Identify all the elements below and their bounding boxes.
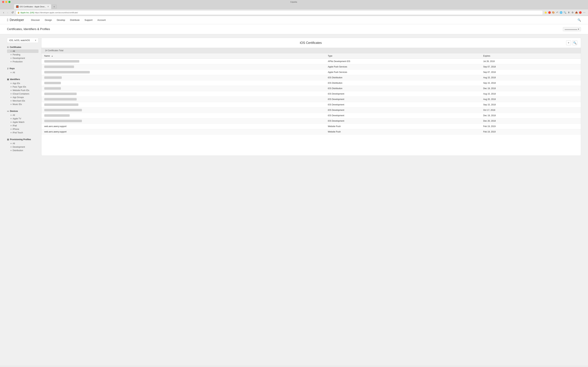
toolbar-icon-3[interactable]: ↶ bbox=[555, 11, 559, 14]
sidebar-item-provisioning-development[interactable]: Development bbox=[7, 145, 38, 149]
nav-link-distribute[interactable]: Distribute bbox=[70, 19, 80, 21]
cell-name: ████████████████████ bbox=[42, 108, 325, 113]
cell-expires: Dec 20, 2018 bbox=[480, 118, 581, 124]
toolbar-icon-9[interactable]: 🔴 bbox=[579, 11, 582, 14]
header-dropdown[interactable]: ▬▬▬▬▬▬ ▾ bbox=[563, 27, 581, 31]
platform-chevron-icon: ▾ bbox=[35, 39, 36, 42]
sidebar-item-certs-development[interactable]: Development bbox=[7, 57, 38, 60]
sidebar-item-apple-watch[interactable]: Apple Watch bbox=[7, 120, 38, 124]
address-bar[interactable]: 🔒 Apple Inc. [US] https://developer.appl… bbox=[16, 10, 543, 15]
browser-toolbar: ‹ › ↺ 🔒 Apple Inc. [US] https://develope… bbox=[0, 9, 588, 16]
sidebar-item-certs-all[interactable]: All bbox=[7, 50, 38, 53]
cell-name: ████████████████████ bbox=[42, 80, 325, 86]
cell-type: Apple Push Services bbox=[325, 70, 480, 75]
close-button[interactable] bbox=[2, 1, 4, 3]
search-icon: 🔍 bbox=[573, 41, 577, 45]
content-panel-title: iOS Certificates bbox=[55, 41, 566, 45]
cell-expires: Dec 19, 2018 bbox=[480, 113, 581, 118]
cell-expires: Sep 15, 2018 bbox=[480, 80, 581, 86]
sidebar-dot bbox=[10, 125, 12, 126]
sidebar-item-merchant-ids[interactable]: Merchant IDs bbox=[7, 99, 38, 103]
table-row[interactable]: ████████████████████iOS DevelopmentAug 2… bbox=[42, 97, 581, 102]
sidebar-item-certs-pending[interactable]: Pending bbox=[7, 53, 38, 57]
sidebar-item-icloud-containers[interactable]: iCloud Containers bbox=[7, 92, 38, 96]
toolbar-icon-2[interactable]: 🎨 bbox=[552, 11, 555, 14]
cell-type: iOS Distribution bbox=[325, 80, 480, 86]
sidebar-dot bbox=[10, 143, 12, 144]
header-dropdown-chevron: ▾ bbox=[578, 28, 579, 30]
sidebar-item-website-push-ids[interactable]: Website Push IDs bbox=[7, 89, 38, 92]
sidebar-item-certs-production[interactable]: Production bbox=[7, 60, 38, 63]
cell-expires: Dec 19, 2018 bbox=[480, 86, 581, 91]
provisioning-icon: ▤ bbox=[7, 138, 9, 141]
column-name[interactable]: Name ▲ bbox=[42, 53, 325, 59]
sidebar-item-app-ids[interactable]: App IDs bbox=[7, 82, 38, 85]
keys-heading: ⚷ Keys bbox=[7, 67, 38, 70]
page-title: Certificates, Identifiers & Profiles bbox=[7, 27, 563, 31]
add-certificate-button[interactable]: + bbox=[566, 40, 571, 45]
sidebar-item-music-ids[interactable]: Music IDs bbox=[7, 103, 38, 106]
platform-selector[interactable]: iOS, tvOS, watchOS ▾ bbox=[7, 38, 38, 43]
table-row[interactable]: ████████████████████Apple Push ServicesS… bbox=[42, 70, 581, 75]
forward-button[interactable]: › bbox=[6, 11, 9, 15]
more-options-icon[interactable]: ⋯ bbox=[582, 11, 586, 14]
nav-link-account[interactable]: Account bbox=[97, 19, 106, 21]
cell-type: iOS Development bbox=[325, 113, 480, 118]
tab-close-button[interactable]: ✕ bbox=[47, 5, 49, 8]
table-row[interactable]: ████████████████████iOS DevelopmentAug 1… bbox=[42, 91, 581, 97]
sidebar-dot bbox=[10, 132, 12, 133]
nav-developer-label[interactable]: Developer bbox=[10, 18, 24, 22]
table-row[interactable]: ████████████████████iOS DistributionSep … bbox=[42, 80, 581, 86]
cell-name: ████████████████████ bbox=[42, 113, 325, 118]
cell-type: iOS Development bbox=[325, 118, 480, 124]
maximize-button[interactable] bbox=[9, 1, 10, 3]
nav-links: Discover Design Develop Distribute Suppo… bbox=[31, 19, 578, 21]
toolbar-icon-7[interactable]: ⚙ bbox=[571, 11, 574, 14]
table-header: Name ▲ Type Expires bbox=[42, 53, 581, 59]
toolbar-icon-8[interactable]: 📥 bbox=[575, 11, 578, 14]
table-row[interactable]: ████████████████████Apple Push ServicesS… bbox=[42, 64, 581, 70]
table-row[interactable]: ████████████████████iOS DistributionDec … bbox=[42, 86, 581, 91]
table-row[interactable]: ████████████████████iOS DevelopmentDec 2… bbox=[42, 118, 581, 124]
new-tab-button[interactable]: + bbox=[52, 5, 57, 9]
table-row[interactable]: ████████████████████APNs Development iOS… bbox=[42, 59, 581, 64]
table-row[interactable]: web.aero.awery.supportWebsite PushFeb 19… bbox=[42, 124, 581, 129]
sidebar-item-pass-type-ids[interactable]: Pass Type IDs bbox=[7, 85, 38, 89]
minimize-button[interactable] bbox=[5, 1, 7, 3]
sidebar-item-provisioning-distribution[interactable]: Distribution bbox=[7, 149, 38, 152]
toolbar-icon-4[interactable]: 🌐 bbox=[559, 11, 563, 14]
table-row[interactable]: ████████████████████iOS DevelopmentDec 1… bbox=[42, 113, 581, 118]
table-row[interactable]: web.aero.awery.supportWebsite PushFeb 19… bbox=[42, 129, 581, 134]
cert-count-bar: 14 Certificates Total bbox=[42, 48, 581, 53]
nav-link-develop[interactable]: Develop bbox=[57, 19, 65, 21]
nav-link-discover[interactable]: Discover bbox=[31, 19, 40, 21]
sidebar-item-keys-all[interactable]: All bbox=[7, 71, 38, 74]
reload-button[interactable]: ↺ bbox=[10, 10, 15, 15]
search-certificate-button[interactable]: 🔍 bbox=[572, 40, 577, 45]
nav-link-design[interactable]: Design bbox=[45, 19, 52, 21]
panel-actions: + 🔍 bbox=[566, 40, 577, 45]
cell-type: Website Push bbox=[325, 129, 480, 134]
cell-name: web.aero.awery.support bbox=[42, 124, 325, 129]
table-row[interactable]: ████████████████████iOS DevelopmentSep 1… bbox=[42, 102, 581, 108]
back-button[interactable]: ‹ bbox=[2, 11, 5, 15]
table-row[interactable]: ████████████████████iOS DistributionAug … bbox=[42, 75, 581, 80]
nav-search-icon[interactable]: 🔍 bbox=[578, 18, 581, 22]
toolbar-icon-1[interactable]: 🔴 bbox=[548, 11, 551, 14]
nav-link-support[interactable]: Support bbox=[85, 19, 93, 21]
sidebar-item-devices-all[interactable]: All bbox=[7, 113, 38, 117]
browser-tab[interactable]: 🍎 iOS Certificates - Apple Deve... ✕ bbox=[14, 4, 51, 9]
toolbar-icon-5[interactable]: 🔍 bbox=[563, 11, 567, 14]
table-row[interactable]: ████████████████████iOS DevelopmentOct 1… bbox=[42, 108, 581, 113]
sidebar-item-ipad[interactable]: iPad bbox=[7, 124, 38, 127]
sidebar-item-ipod-touch[interactable]: iPod Touch bbox=[7, 131, 38, 134]
window-title: Сереёа bbox=[10, 1, 577, 3]
sidebar-item-apple-tv[interactable]: Apple TV bbox=[7, 117, 38, 120]
sidebar-item-provisioning-all[interactable]: All bbox=[7, 142, 38, 145]
sidebar-item-app-groups[interactable]: App Groups bbox=[7, 96, 38, 99]
sidebar-item-iphone[interactable]: iPhone bbox=[7, 127, 38, 131]
toolbar-icon-6[interactable]: ⬇ bbox=[567, 11, 571, 14]
sort-arrow-icon: ▲ bbox=[51, 55, 53, 57]
cell-name: ████████████████████ bbox=[42, 91, 325, 97]
bookmark-icon[interactable]: ⭐ bbox=[544, 11, 547, 14]
